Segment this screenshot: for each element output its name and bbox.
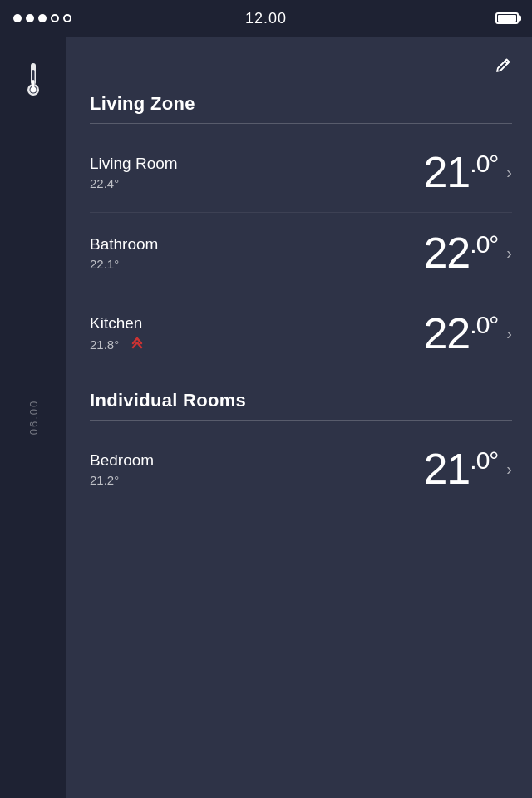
content-header [90,57,512,80]
room-item-bedroom[interactable]: Bedroom 21.2° 21.0° › [90,429,512,509]
room-list-living-zone: Living Room 22.4° 21.0° › Bathroom 22.1° [90,132,512,373]
status-bar: 12.00 [0,0,532,37]
chevron-right-bathroom: › [506,244,512,263]
section-title-individual-rooms: Individual Rooms [90,390,512,421]
room-current-temp-bathroom: 22.1° [90,257,158,271]
room-info-bedroom: Bedroom 21.2° [90,451,154,487]
room-current-temp-bedroom: 21.2° [90,473,154,487]
signal-indicator [13,14,71,22]
sidebar-time-label: 06.00 [27,400,40,436]
thermometer-icon [23,62,43,98]
room-info-kitchen: Kitchen 21.8° [90,314,145,352]
main-layout: 06.00 Living Zone Living Room [0,37,532,798]
room-name-living-room: Living Room [90,155,178,173]
signal-dot-3 [38,14,47,22]
signal-dot-5 [63,14,71,22]
room-right-kitchen: 22.0° › [423,312,512,355]
chevron-right-bedroom: › [506,460,512,479]
battery-indicator [495,12,519,24]
sidebar: 06.00 [0,37,66,798]
room-item-kitchen[interactable]: Kitchen 21.8° [90,293,512,373]
room-item-bathroom[interactable]: Bathroom 22.1° 22.0° › [90,213,512,293]
svg-point-5 [31,87,37,93]
room-info-living-room: Living Room 22.4° [90,155,178,190]
room-right-bedroom: 21.0° › [423,447,512,490]
room-target-temp-living-room: 21.0° [423,150,498,194]
room-info-bathroom: Bathroom 22.1° [90,235,158,271]
section-living-zone: Living Zone Living Room 22.4° 21.0° › [90,93,512,373]
room-item-living-room[interactable]: Living Room 22.4° 21.0° › [90,132,512,213]
chevron-right-kitchen: › [506,324,512,343]
chevron-right-living-room: › [506,163,512,182]
battery-fill [498,15,516,22]
room-list-individual-rooms: Bedroom 21.2° 21.0° › [90,429,512,509]
section-individual-rooms: Individual Rooms Bedroom 21.2° 21.0° › [90,390,512,509]
signal-dot-4 [51,14,59,22]
signal-dot-2 [26,14,34,22]
room-target-temp-kitchen: 22.0° [423,312,498,355]
room-name-kitchen: Kitchen [90,314,145,332]
room-name-bathroom: Bathroom [90,235,158,254]
section-title-living-zone: Living Zone [90,93,512,124]
room-right-bathroom: 22.0° › [423,231,512,274]
room-current-temp-living-room: 22.4° [90,176,178,190]
signal-dot-1 [13,14,22,22]
room-current-temp-kitchen: 21.8° [90,336,145,352]
status-time: 12.00 [245,10,287,27]
room-target-temp-bedroom: 21.0° [423,447,498,490]
edit-button[interactable] [494,57,512,80]
content-area: Living Zone Living Room 22.4° 21.0° › [66,37,532,798]
room-name-bedroom: Bedroom [90,451,154,470]
room-right-living-room: 21.0° › [423,150,512,194]
room-target-temp-bathroom: 22.0° [423,231,498,274]
heating-arrows-icon [129,336,145,352]
